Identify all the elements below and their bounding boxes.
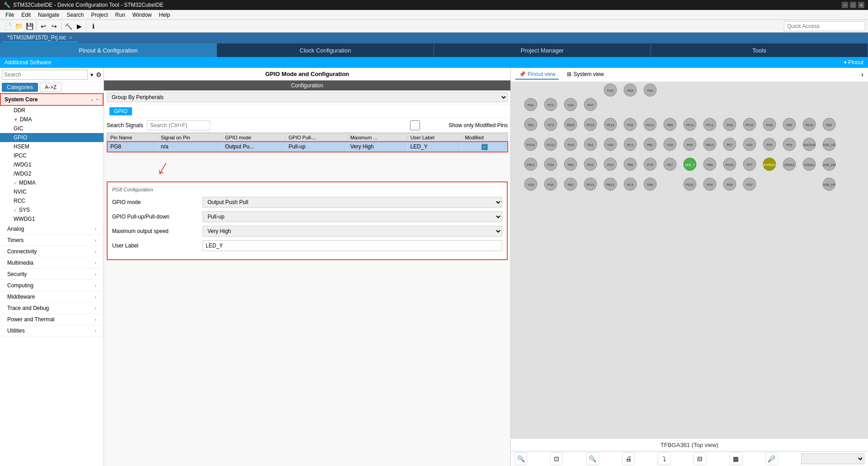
section-computing[interactable]: Computing › <box>0 280 104 291</box>
toolbar-build[interactable]: 🔨 <box>63 21 73 31</box>
section-multimedia[interactable]: Multimedia › <box>0 257 104 269</box>
left-search-input[interactable] <box>2 70 88 80</box>
menu-navigate[interactable]: Navigate <box>34 11 63 19</box>
system-core-label: System Core <box>5 96 38 103</box>
tree-item-hsem[interactable]: HSEM <box>0 142 104 151</box>
pinout-view-tab[interactable]: 📌 Pinout view <box>515 70 559 80</box>
quick-access-input[interactable] <box>784 21 865 31</box>
toolbar-undo[interactable]: ↩ <box>38 21 48 31</box>
additional-software-link[interactable]: Additional Software <box>5 59 51 66</box>
toolbar-run[interactable]: ▶ <box>74 21 84 31</box>
tree-item-iwdg1[interactable]: /WDG1 <box>0 160 104 169</box>
tree-item-wwdg1[interactable]: WWDG1 <box>0 214 104 223</box>
cell-modified: ✓ <box>462 142 507 152</box>
middleware-label: Middleware <box>7 294 35 300</box>
gpio-badge[interactable]: GPIO <box>109 107 132 115</box>
section-header-system-core[interactable]: System Core ▲ ▼ <box>0 93 104 106</box>
trace-debug-label: Trace and Debug <box>7 305 49 311</box>
toolbar-open[interactable]: 📁 <box>14 21 24 31</box>
table-row[interactable]: PG8 n/a Output Pu... Pull-up Very High L… <box>108 142 507 152</box>
columns-button[interactable]: ▦ <box>730 452 742 465</box>
tree-item-rcc[interactable]: RCC <box>0 196 104 205</box>
user-label-input[interactable] <box>203 240 502 251</box>
toolbar-redo[interactable]: ↪ <box>49 21 59 31</box>
menu-run[interactable]: Run <box>112 11 129 19</box>
section-timers[interactable]: Timers › <box>0 235 104 246</box>
timers-label: Timers <box>7 237 24 243</box>
tree-item-ipcc[interactable]: IPCC <box>0 151 104 160</box>
main-area: Pinout & Configuration Clock Configurati… <box>0 43 868 466</box>
print-button[interactable]: 🖨 <box>622 452 635 465</box>
svg-text:PB8: PB8 <box>707 163 712 166</box>
tree-item-mdma[interactable]: ✓ MDMA <box>0 178 104 187</box>
menu-edit[interactable]: Edit <box>18 11 34 19</box>
tab-close[interactable]: ✕ <box>69 35 72 40</box>
tree-item-iwdg2[interactable]: /WDG2 <box>0 169 104 178</box>
zoom-out-button[interactable]: 🔍 <box>586 452 599 465</box>
close-button[interactable]: ✕ <box>858 2 864 8</box>
settings-gear-icon[interactable]: ⚙ <box>96 71 102 78</box>
svg-text:PF9: PF9 <box>787 143 793 147</box>
menu-window[interactable]: Window <box>129 11 156 19</box>
export-button[interactable]: ⤵ <box>658 452 670 465</box>
nav-tab-pinout[interactable]: Pinout & Configuration <box>0 43 217 57</box>
tree-item-gpio[interactable]: GPIO <box>0 133 104 142</box>
tree-item-dma[interactable]: ▼ DMA <box>0 115 104 124</box>
tab-categories[interactable]: Categories <box>2 83 38 92</box>
zoom-in-button[interactable]: 🔍 <box>514 452 527 465</box>
middleware-chevron-icon: › <box>95 295 96 300</box>
tab-az[interactable]: A->Z <box>40 83 61 92</box>
gpio-pull-select[interactable]: Pull-up <box>203 211 502 222</box>
section-connectivity[interactable]: Connectivity › <box>0 246 104 257</box>
toolbar-new[interactable]: 📄 <box>3 21 13 31</box>
gpio-mode-select[interactable]: Output Push Pull <box>203 197 502 208</box>
minimize-button[interactable]: ─ <box>842 2 848 8</box>
search-chip-button[interactable]: 🔎 <box>765 452 778 465</box>
tree-item-gic[interactable]: GIC <box>0 124 104 133</box>
max-speed-label: Maximum output speed <box>112 228 203 234</box>
section-security[interactable]: Security › <box>0 269 104 280</box>
menu-project[interactable]: Project <box>87 11 111 19</box>
section-power-thermal[interactable]: Power and Thermal › <box>0 314 104 325</box>
editor-tab[interactable]: *STM32MP157D_Prj.ioc ✕ <box>2 33 78 43</box>
nav-tab-tools[interactable]: Tools <box>651 43 868 57</box>
pinout-link[interactable]: ▾ Pinout <box>844 59 863 66</box>
section-middleware[interactable]: Middleware › <box>0 291 104 303</box>
nav-tab-project[interactable]: Project Manager <box>434 43 651 57</box>
panel-collapse-icon[interactable]: › <box>861 71 863 79</box>
gpio-table-wrap: Pin Name Signal on Pin GPIO mode GPIO Pu… <box>107 133 508 152</box>
connectivity-chevron-icon: › <box>95 249 96 254</box>
toolbar-save[interactable]: 💾 <box>24 21 34 31</box>
window-controls: ─ □ ✕ <box>842 2 864 8</box>
view-dropdown[interactable] <box>801 453 864 464</box>
search-dropdown-arrow[interactable]: ▼ <box>90 72 94 77</box>
center-panel: GPIO Mode and Configuration Configuratio… <box>104 68 511 466</box>
tree-item-sys[interactable]: ✓ SYS <box>0 205 104 214</box>
svg-text:VSS: VSS <box>567 104 574 107</box>
col-max: Maximum ... <box>347 133 407 142</box>
toolbar-info[interactable]: ℹ <box>88 21 98 31</box>
nav-tab-clock[interactable]: Clock Configuration <box>217 43 434 57</box>
signal-search-input[interactable] <box>147 120 210 130</box>
max-speed-select[interactable]: Very High <box>203 226 502 237</box>
menu-help[interactable]: Help <box>156 11 174 19</box>
system-view-tab[interactable]: ⊞ System view <box>563 70 607 80</box>
section-analog[interactable]: Analog › <box>0 223 104 235</box>
menu-file[interactable]: File <box>2 11 18 19</box>
wwdg1-label: WWDG1 <box>14 216 35 222</box>
svg-text:PE7: PE7 <box>726 143 732 147</box>
menu-search[interactable]: Search <box>63 11 87 19</box>
iwdg2-label: /WDG2 <box>14 171 31 177</box>
tree-item-ddr[interactable]: DDR <box>0 106 104 115</box>
show-modified-checkbox[interactable] <box>383 120 447 130</box>
toolbar: 📄 📁 💾 ↩ ↪ 🔨 ▶ ℹ <box>0 20 868 33</box>
ddr-label: DDR <box>14 107 25 114</box>
tree-item-nvic[interactable]: NVIC <box>0 187 104 196</box>
group-by-select[interactable]: Group By Peripherals <box>107 92 508 102</box>
maximize-button[interactable]: □ <box>850 2 856 8</box>
section-trace-debug[interactable]: Trace and Debug › <box>0 303 104 314</box>
split-view-button[interactable]: ⊟ <box>693 452 706 465</box>
section-utilities[interactable]: Utilities › <box>0 325 104 337</box>
fit-screen-button[interactable]: ⊡ <box>550 452 563 465</box>
section-system-core: System Core ▲ ▼ DDR ▼ DMA <box>0 93 104 223</box>
